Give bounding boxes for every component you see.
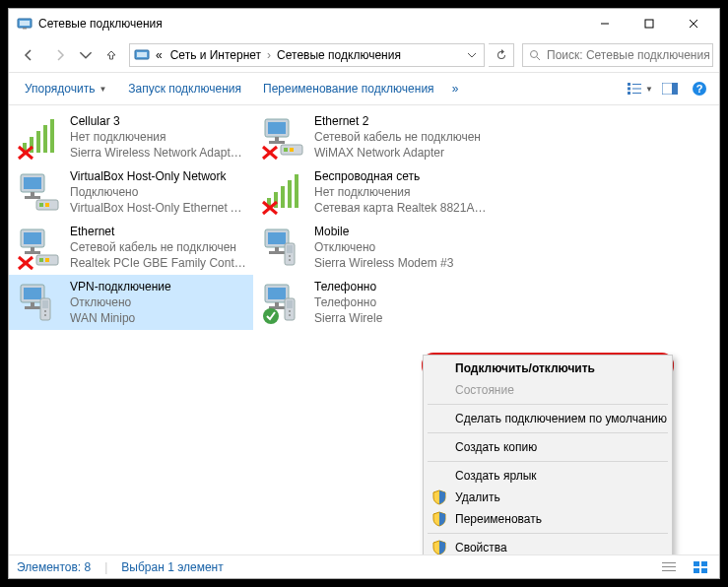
maximize-button[interactable]	[627, 9, 671, 38]
svg-rect-78	[275, 302, 279, 306]
minimize-button[interactable]	[582, 9, 627, 38]
organize-button[interactable]: Упорядочить▼	[15, 78, 116, 99]
connection-status: Нет подключения	[314, 184, 492, 200]
svg-rect-34	[290, 148, 294, 152]
window-title: Сетевые подключения	[38, 17, 582, 31]
details-pane-button[interactable]	[656, 77, 684, 100]
connection-item[interactable]: VirtualBox Host-Only NetworkПодключеноVi…	[9, 164, 253, 220]
breadcrumb-part1[interactable]: Сеть и Интернет	[166, 48, 265, 62]
menu-connect-disconnect-label: Подключить/отключить	[455, 361, 595, 375]
svg-rect-25	[50, 119, 54, 153]
svg-rect-89	[701, 561, 707, 566]
close-button[interactable]	[671, 9, 715, 38]
content-area: Cellular 3Нет подключенияSierra Wireless…	[9, 105, 719, 554]
breadcrumb-prefix[interactable]: «	[152, 48, 166, 62]
svg-rect-48	[295, 174, 298, 208]
start-connection-button[interactable]: Запуск подключения	[118, 78, 251, 99]
connection-item[interactable]: ТелефонноТелефонноSierra Wirele	[253, 275, 497, 330]
svg-rect-33	[284, 148, 288, 152]
svg-rect-8	[137, 52, 147, 57]
forward-button[interactable]	[46, 41, 74, 69]
shield-icon	[431, 489, 447, 505]
status-bar: Элементов: 8 | Выбран 1 элемент	[9, 554, 719, 578]
more-commands-button[interactable]: »	[446, 78, 465, 99]
menu-properties[interactable]: Свойства	[426, 537, 670, 554]
back-button[interactable]	[15, 41, 42, 69]
connection-item[interactable]: Беспроводная сетьНет подключенияСетевая …	[253, 164, 497, 220]
connection-item[interactable]: MobileОтключеноSierra Wireless Modem #3	[253, 220, 497, 275]
connection-status: Отключено	[314, 239, 490, 255]
connection-item[interactable]: Ethernet 2Сетевой кабель не подключенWiM…	[253, 109, 497, 164]
svg-rect-53	[31, 247, 34, 251]
connection-name: Беспроводная сеть	[314, 168, 492, 184]
svg-rect-13	[628, 88, 630, 91]
connection-device: WAN Minipo	[70, 310, 245, 326]
svg-rect-2	[23, 28, 27, 30]
svg-rect-1	[20, 21, 30, 26]
connection-device: VirtualBox Host-Only Ethernet Ad...	[70, 200, 247, 216]
menu-set-default[interactable]: Сделать подключением по умолчанию	[426, 408, 670, 429]
context-menu: Подключить/отключить Состояние Сделать п…	[423, 355, 673, 554]
svg-point-74	[44, 310, 46, 312]
connection-name: Ethernet	[70, 224, 247, 239]
connection-item[interactable]: EthernetСетевой кабель не подключенRealt…	[9, 220, 253, 275]
svg-rect-81	[287, 300, 293, 308]
svg-rect-43	[45, 203, 49, 207]
refresh-button[interactable]	[489, 43, 514, 67]
menu-rename[interactable]: Переименовать	[426, 508, 670, 530]
svg-rect-70	[31, 302, 34, 306]
connection-item[interactable]: Cellular 3Нет подключенияSierra Wireless…	[9, 109, 253, 164]
svg-rect-61	[268, 232, 286, 244]
connection-status: Телефонно	[314, 294, 490, 310]
help-button[interactable]: ?	[686, 77, 713, 100]
connection-status: Сетевой кабель не подключен	[70, 239, 247, 255]
menu-separator	[428, 432, 668, 433]
details-view-icon[interactable]	[662, 559, 680, 575]
svg-rect-16	[632, 93, 641, 94]
svg-rect-85	[662, 562, 676, 563]
rename-connection-button[interactable]: Переименование подключения	[253, 78, 444, 99]
svg-rect-54	[25, 251, 40, 254]
svg-rect-23	[36, 131, 40, 153]
connection-item[interactable]: VPN-подключениеОтключеноWAN Minipo	[9, 275, 253, 330]
search-input[interactable]: Поиск: Сетевые подключения	[522, 43, 713, 67]
view-options-button[interactable]: ▼	[627, 77, 654, 100]
connection-status: Подключено	[70, 184, 247, 200]
svg-line-10	[537, 57, 540, 60]
network-adapter-icon	[261, 113, 308, 161]
connection-device: Сетевая карта Realtek 8821AE Wi...	[314, 200, 492, 216]
up-button[interactable]	[98, 41, 125, 69]
breadcrumb-part2[interactable]: Сетевые подключения	[273, 48, 405, 62]
svg-rect-24	[43, 125, 47, 153]
breadcrumb-sep-icon: ›	[265, 48, 273, 62]
svg-rect-87	[662, 570, 676, 571]
svg-rect-73	[42, 300, 48, 308]
svg-point-83	[289, 314, 291, 316]
svg-rect-91	[701, 568, 707, 573]
svg-rect-56	[39, 258, 43, 262]
address-bar[interactable]: « Сеть и Интернет › Сетевые подключения	[129, 43, 485, 67]
menu-create-shortcut[interactable]: Создать ярлык	[426, 465, 670, 487]
history-dropdown[interactable]	[78, 41, 94, 69]
menu-status: Состояние	[426, 379, 670, 401]
network-adapter-icon	[17, 279, 64, 326]
svg-point-67	[289, 259, 291, 261]
svg-rect-65	[287, 245, 293, 253]
large-icons-view-icon[interactable]	[694, 559, 711, 575]
status-item-count: Элементов: 8	[17, 560, 91, 574]
network-adapter-icon	[261, 168, 308, 216]
chevron-down-icon: ▼	[99, 85, 106, 94]
svg-rect-15	[628, 92, 630, 95]
menu-separator	[428, 404, 668, 405]
chevron-down-icon[interactable]	[462, 50, 482, 60]
status-selection: Выбран 1 элемент	[121, 560, 223, 574]
svg-rect-62	[275, 247, 279, 251]
menu-delete[interactable]: Удалить	[426, 487, 670, 508]
menu-create-copy[interactable]: Создать копию	[426, 436, 670, 458]
network-adapter-icon	[17, 113, 64, 161]
svg-rect-47	[288, 180, 292, 208]
menu-connect-disconnect[interactable]: Подключить/отключить	[426, 358, 670, 379]
connection-device: Sierra Wireless Network Adapter #3	[70, 145, 247, 161]
path-icon	[132, 47, 152, 63]
svg-rect-71	[25, 306, 40, 309]
